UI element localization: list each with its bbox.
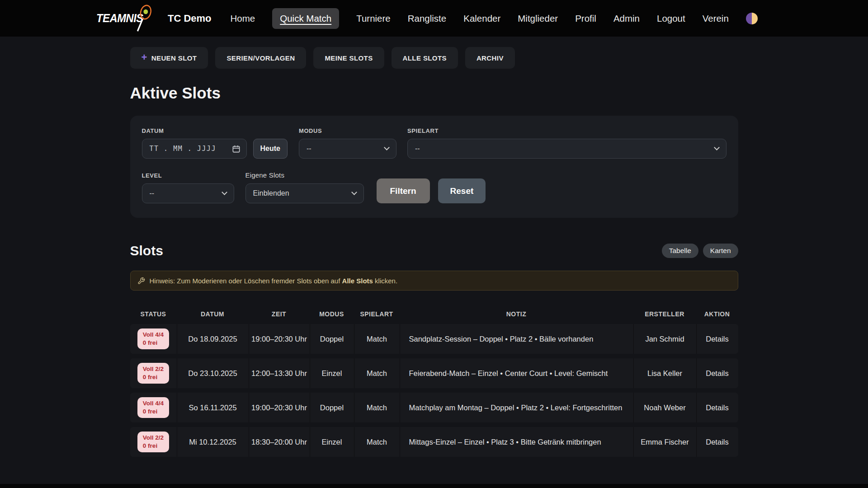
main-content: +NEUEN SLOTSERIEN/VORLAGENMEINE SLOTSALL… (130, 47, 738, 457)
details-link[interactable]: Details (706, 335, 728, 343)
spielart-cell: Match (354, 358, 400, 388)
moderation-notice: Hinweis: Zum Moderieren oder Löschen fre… (130, 271, 738, 291)
chevron-down-icon (714, 145, 720, 150)
details-link[interactable]: Details (706, 369, 728, 378)
status-cell: Voll 2/20 frei (130, 358, 177, 388)
details-link[interactable]: Details (706, 438, 728, 446)
page-title: Aktive Slots (130, 84, 738, 102)
level-filter-group: LEVEL -- (142, 172, 234, 203)
modus-cell: Doppel (310, 324, 354, 354)
column-header-aktion: AKTION (696, 310, 738, 318)
table-row: Voll 2/20 frei Mi 10.12.2025 18:30–20:00… (130, 427, 738, 457)
level-value: -- (150, 189, 155, 197)
datum-cell: Do 23.10.2025 (177, 358, 249, 388)
eigene-slots-value: Einblenden (253, 189, 289, 197)
status-badge: Voll 4/40 frei (137, 328, 169, 349)
table-row: Voll 4/40 frei Do 18.09.2025 19:00–20:30… (130, 324, 738, 354)
neuen-slot-button[interactable]: +NEUEN SLOT (130, 47, 208, 69)
details-link[interactable]: Details (706, 404, 728, 412)
nav-item-profil[interactable]: Profil (575, 13, 596, 24)
ersteller-cell: Noah Weber (633, 393, 696, 422)
calendar-icon (232, 145, 241, 153)
archiv-button[interactable]: ARCHIV (465, 47, 515, 69)
column-header-zeit: ZEIT (249, 310, 310, 318)
alle-slots-button[interactable]: ALLE SLOTS (392, 47, 458, 69)
datum-label: DATUM (142, 127, 288, 134)
brand-logo[interactable]: TEAMNIS (96, 12, 149, 25)
modus-value: -- (307, 145, 311, 153)
club-name[interactable]: TC Demo (168, 13, 212, 24)
reset-button[interactable]: Reset (438, 178, 486, 203)
level-label: LEVEL (142, 172, 234, 179)
spielart-value: -- (415, 145, 420, 153)
spielart-select[interactable]: -- (407, 139, 726, 159)
notice-highlight: Alle Slots (342, 277, 373, 285)
modus-cell: Doppel (310, 393, 354, 422)
ersteller-cell: Emma Fischer (633, 427, 696, 457)
nav-item-verein[interactable]: Verein (703, 13, 729, 24)
nav-item-home[interactable]: Home (231, 13, 255, 24)
notiz-cell: Feierabend-Match – Einzel • Center Court… (400, 358, 633, 388)
zeit-cell: 19:00–20:30 Uhr (249, 324, 310, 354)
modus-cell: Einzel (310, 358, 354, 388)
slot-toolbar: +NEUEN SLOTSERIEN/VORLAGENMEINE SLOTSALL… (130, 47, 738, 69)
status-badge: Voll 2/20 frei (137, 432, 169, 452)
zeit-cell: 19:00–20:30 Uhr (249, 393, 310, 422)
nav-item-rangliste[interactable]: Rangliste (408, 13, 446, 24)
spielart-cell: Match (354, 393, 400, 422)
view-karten-button[interactable]: Karten (703, 244, 738, 258)
modus-label: MODUS (299, 127, 396, 134)
chevron-down-icon (222, 189, 227, 195)
ersteller-cell: Jan Schmid (633, 324, 696, 354)
datum-cell: Do 18.09.2025 (177, 324, 249, 354)
view-tabelle-button[interactable]: Tabelle (662, 244, 698, 258)
modus-cell: Einzel (310, 427, 354, 457)
status-badge: Voll 2/20 frei (137, 363, 169, 384)
zeit-cell: 12:00–13:30 Uhr (249, 358, 310, 388)
column-header-spielart: SPIELART (354, 310, 400, 318)
chevron-down-icon (384, 145, 390, 150)
spielart-filter-group: SPIELART -- (407, 127, 726, 159)
column-header-datum: DATUM (177, 310, 249, 318)
datum-input[interactable]: TT . MM . JJJJ (142, 139, 247, 159)
column-header-modus: MODUS (310, 310, 354, 318)
nav-item-quick-match[interactable]: Quick Match (272, 8, 339, 29)
table-row: Voll 2/20 frei Do 23.10.2025 12:00–13:30… (130, 358, 738, 388)
status-badge: Voll 4/40 frei (137, 397, 169, 418)
table-body: Voll 4/40 frei Do 18.09.2025 19:00–20:30… (130, 324, 738, 457)
bottom-strip (0, 484, 868, 488)
datum-filter-group: DATUM TT . MM . JJJJ Heute (142, 127, 288, 159)
eigene-slots-select[interactable]: Einblenden (245, 183, 364, 203)
notiz-cell: Mittags-Einzel – Einzel • Platz 3 • Bitt… (400, 427, 633, 457)
nav-item-kalender[interactable]: Kalender (463, 13, 500, 24)
datum-cell: So 16.11.2025 (177, 393, 249, 422)
nav-item-turniere[interactable]: Turniere (356, 13, 391, 24)
eigene-slots-label: Eigene Slots (245, 171, 364, 179)
eigene-slots-filter-group: Eigene Slots Einblenden (245, 171, 364, 203)
nav-item-mitglieder[interactable]: Mitglieder (518, 13, 558, 24)
spielart-label: SPIELART (407, 127, 726, 134)
notice-text: Hinweis: Zum Moderieren oder Löschen fre… (150, 277, 398, 285)
modus-select[interactable]: -- (299, 139, 396, 159)
serien-vorlagen-button[interactable]: SERIEN/VORLAGEN (215, 47, 306, 69)
filter-panel: DATUM TT . MM . JJJJ Heute MODUS (130, 116, 738, 218)
nav-item-logout[interactable]: Logout (657, 13, 685, 24)
status-cell: Voll 4/40 frei (130, 393, 177, 422)
meine-slots-button[interactable]: MEINE SLOTS (313, 47, 384, 69)
datum-cell: Mi 10.12.2025 (177, 427, 249, 457)
tennis-racket-icon (132, 4, 156, 34)
column-header-ersteller: ERSTELLER (633, 310, 696, 318)
heute-button[interactable]: Heute (253, 139, 288, 159)
datum-placeholder: TT . MM . JJJJ (150, 145, 216, 153)
notiz-cell: Sandplatz-Session – Doppel • Platz 2 • B… (400, 324, 633, 354)
column-header-notiz: NOTIZ (400, 310, 633, 318)
column-header-status: STATUS (130, 310, 177, 318)
theme-toggle-icon[interactable] (746, 13, 758, 24)
level-select[interactable]: -- (142, 183, 234, 203)
wrench-icon (137, 277, 145, 285)
view-toggle: Tabelle Karten (662, 244, 738, 258)
notiz-cell: Matchplay am Montag – Doppel • Platz 2 •… (400, 393, 633, 422)
modus-filter-group: MODUS -- (299, 127, 396, 159)
nav-item-admin[interactable]: Admin (613, 13, 640, 24)
filtern-button[interactable]: Filtern (377, 178, 430, 203)
